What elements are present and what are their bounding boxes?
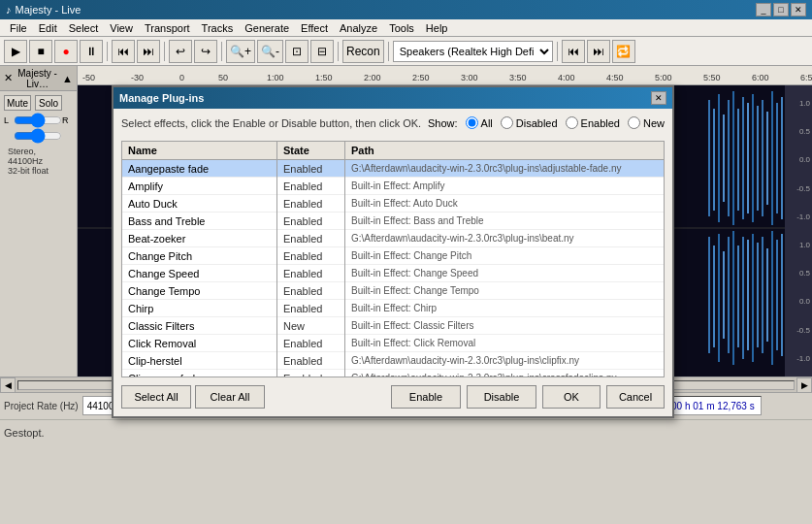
ruler-mark-neg50: -50: [82, 73, 95, 82]
minimize-button[interactable]: _: [756, 3, 771, 16]
close-track-icon[interactable]: ✕: [4, 72, 13, 84]
plugin-list-header: Name State Path: [121, 141, 665, 159]
ruler-mark-neg30: -30: [131, 73, 144, 82]
menu-edit[interactable]: Edit: [33, 19, 63, 36]
zoom-out-button[interactable]: 🔍-: [257, 40, 283, 63]
table-row[interactable]: Change SpeedEnabledBuilt-in Effect: Chan…: [122, 265, 664, 282]
menu-help[interactable]: Help: [420, 19, 454, 36]
zoom-in-button[interactable]: 🔍+: [226, 40, 255, 63]
svg-rect-9: [737, 109, 739, 211]
plugin-name-cell: Clips crossfaden: [122, 370, 277, 378]
toolbar-separator-1: [107, 42, 108, 61]
close-button[interactable]: ✕: [791, 3, 806, 16]
menu-file[interactable]: File: [4, 19, 33, 36]
track-main-controls: Mute Solo L R Stereo, 44100Hz32-bit floa…: [0, 91, 77, 181]
zoom-sel-button[interactable]: ⊟: [310, 40, 334, 63]
record-button[interactable]: ●: [54, 40, 78, 63]
menu-view[interactable]: View: [104, 19, 139, 36]
loop-button[interactable]: 🔁: [612, 40, 635, 63]
table-row[interactable]: ChirpEnabledBuilt-in Effect: Chirp: [122, 300, 664, 317]
plugin-path-cell: Built-in Effect: Chirp: [345, 300, 664, 316]
db-label-8: 0.0: [785, 297, 812, 306]
forward-button[interactable]: ⏭: [137, 40, 160, 63]
table-row[interactable]: Auto DuckEnabledBuilt-in Effect: Auto Du…: [122, 195, 664, 213]
menu-effect[interactable]: Effect: [295, 19, 334, 36]
table-row[interactable]: Clips crossfadenEnabledG:\Afterdawn\auda…: [122, 370, 664, 377]
select-all-button[interactable]: Select All: [121, 385, 191, 409]
menu-transport[interactable]: Transport: [139, 19, 196, 36]
svg-rect-26: [723, 251, 725, 339]
solo-button[interactable]: Solo: [35, 95, 62, 111]
undo-button[interactable]: ↩: [169, 40, 192, 63]
plugin-state-cell: Enabled: [277, 247, 345, 265]
table-row[interactable]: Clip-herstelEnabledG:\Afterdawn\audacity…: [122, 352, 664, 370]
zoom-fit-button[interactable]: ⊡: [285, 40, 309, 63]
mute-button[interactable]: Mute: [4, 95, 31, 111]
menu-generate[interactable]: Generate: [239, 19, 295, 36]
table-row[interactable]: Classic FiltersNewBuilt-in Effect: Class…: [122, 317, 664, 335]
pan-slider[interactable]: [14, 129, 62, 143]
volume-slider[interactable]: [14, 114, 62, 127]
plugin-state-cell: Enabled: [277, 370, 345, 378]
db-label-6: 1.0: [785, 241, 812, 249]
plugin-state-cell: Enabled: [277, 195, 345, 213]
plugin-list-container[interactable]: Aangepaste fadeEnabledG:\Afterdawn\audac…: [121, 159, 665, 377]
show-all-radio[interactable]: All: [466, 116, 493, 129]
table-row[interactable]: Click RemovalEnabledBuilt-in Effect: Cli…: [122, 335, 664, 352]
svg-rect-25: [718, 234, 720, 362]
svg-rect-13: [757, 106, 759, 211]
svg-rect-17: [776, 103, 778, 213]
plugin-state-cell: New: [277, 317, 345, 335]
next-track-button[interactable]: ⏭: [587, 40, 610, 63]
clear-all-button[interactable]: Clear All: [195, 385, 265, 409]
ruler-mark-50: 50: [218, 73, 228, 82]
menu-tracks[interactable]: Tracks: [196, 19, 240, 36]
menu-select[interactable]: Select: [63, 19, 105, 36]
plugin-path-cell: G:\Afterdawn\audacity-win-2.3.0rc3\plug-…: [345, 352, 664, 369]
selection-end-input[interactable]: [665, 396, 762, 415]
menu-analyze[interactable]: Analyze: [334, 19, 383, 36]
redo-button[interactable]: ↪: [194, 40, 217, 63]
prev-track-button[interactable]: ⏮: [562, 40, 585, 63]
table-row[interactable]: Aangepaste fadeEnabledG:\Afterdawn\audac…: [122, 160, 664, 178]
enable-button[interactable]: Enable: [391, 385, 461, 409]
plugin-state-cell: Enabled: [277, 352, 345, 370]
ruler-mark-350: 3:50: [509, 73, 527, 82]
table-row[interactable]: Change TempoEnabledBuilt-in Effect: Chan…: [122, 282, 664, 300]
plugin-name-cell: Beat-zoeker: [122, 230, 277, 247]
plugin-state-cell: Enabled: [277, 300, 345, 317]
bottom-bar-bottom: Gestopt.: [0, 420, 812, 446]
volume-row: L R: [4, 114, 73, 127]
show-enabled-radio[interactable]: Enabled: [566, 116, 620, 129]
svg-rect-3: [708, 100, 710, 216]
plugin-state-cell: Enabled: [277, 213, 345, 230]
plugin-name-cell: Auto Duck: [122, 195, 277, 213]
maximize-button[interactable]: □: [773, 3, 789, 16]
menu-tools[interactable]: Tools: [383, 19, 420, 36]
stop-button[interactable]: ■: [29, 40, 52, 63]
plugin-name-cell: Bass and Treble: [122, 213, 277, 230]
audio-output-select[interactable]: Speakers (Realtek High Defi: [393, 41, 553, 62]
pause-button[interactable]: ⏸: [80, 40, 103, 63]
table-row[interactable]: AmplifyEnabledBuilt-in Effect: Amplify: [122, 178, 664, 195]
rewind-button[interactable]: ⏮: [112, 40, 135, 63]
cancel-button[interactable]: Cancel: [606, 385, 665, 409]
table-row[interactable]: Beat-zoekerEnabledG:\Afterdawn\audacity-…: [122, 230, 664, 247]
ruler-mark-400: 4:00: [558, 73, 575, 82]
show-new-radio[interactable]: New: [628, 116, 665, 129]
table-row[interactable]: Change PitchEnabledBuilt-in Effect: Chan…: [122, 247, 664, 265]
play-button[interactable]: ▶: [4, 40, 27, 63]
track-info: Stereo, 44100Hz32-bit float: [4, 145, 73, 178]
scroll-right-button[interactable]: ▶: [796, 377, 812, 393]
scroll-left-button[interactable]: ◀: [0, 377, 16, 393]
ok-button[interactable]: OK: [542, 385, 601, 409]
footer-right-buttons: Enable Disable OK Cancel: [391, 385, 665, 409]
collapse-track-icon[interactable]: ▲: [62, 73, 73, 84]
recon-button[interactable]: Recon: [342, 40, 384, 63]
table-row[interactable]: Bass and TrebleEnabledBuilt-in Effect: B…: [122, 213, 664, 230]
toolbar-separator-4: [338, 42, 339, 61]
ruler-mark-500: 5:00: [655, 73, 672, 82]
show-disabled-radio[interactable]: Disabled: [501, 116, 558, 129]
dialog-close-button[interactable]: ✕: [651, 91, 666, 105]
disable-button[interactable]: Disable: [467, 385, 536, 409]
